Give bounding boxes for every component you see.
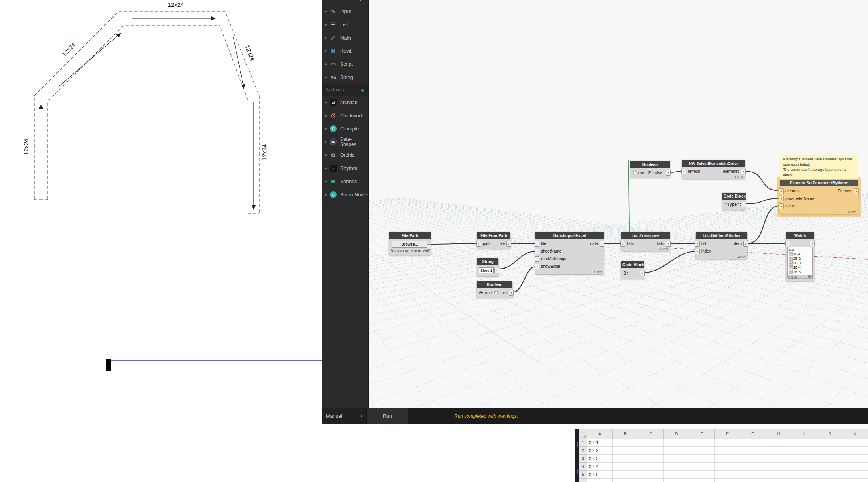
column-header[interactable]: E	[689, 429, 715, 439]
cell[interactable]	[740, 471, 766, 479]
watch-footer-icon[interactable]: ▦	[808, 275, 811, 278]
column-header[interactable]: K	[842, 429, 868, 439]
sidebar-item-crumple[interactable]: ▶ C Crumple	[322, 122, 368, 135]
sidebar-item-input[interactable]: ▶ ✎ Input	[322, 5, 368, 18]
input-port[interactable]: ›	[695, 241, 700, 247]
output-port[interactable]: ›	[427, 244, 431, 250]
input-port[interactable]: ›	[535, 264, 539, 269]
node-title[interactable]: NW SelectElementsInOrder	[682, 160, 745, 167]
cell[interactable]	[613, 447, 638, 455]
cell[interactable]	[766, 447, 791, 455]
sidebar-item-clockwork[interactable]: ▶ ⚙ Clockwork	[322, 109, 368, 122]
input-port[interactable]: ›	[681, 169, 686, 174]
cell[interactable]	[817, 455, 842, 463]
cell-a5[interactable]: 2B-5	[587, 471, 613, 479]
input-port[interactable]: ›	[535, 256, 539, 262]
cell[interactable]	[638, 439, 664, 447]
expand-arrow-icon[interactable]: ▶	[325, 166, 329, 170]
node-string-input[interactable]: String Sheet1 ›	[477, 258, 498, 276]
cell[interactable]	[766, 471, 791, 479]
cell[interactable]	[791, 479, 817, 482]
node-data-importexcel[interactable]: Data.ImportExcel › file data › › sheetNa…	[535, 232, 604, 274]
cell[interactable]	[715, 447, 740, 455]
cell[interactable]	[638, 455, 664, 463]
cell[interactable]	[740, 447, 766, 455]
cell[interactable]	[766, 479, 791, 482]
sidebar-item-list[interactable]: ▶ ☰ List	[322, 18, 368, 31]
expand-arrow-icon[interactable]: ▶	[325, 153, 329, 157]
row-header[interactable]	[579, 479, 587, 482]
sidebar-item-archilab[interactable]: ▶ al archilab	[322, 96, 368, 109]
column-header[interactable]: F	[715, 429, 740, 439]
node-title[interactable]: List.Transpose	[621, 232, 670, 239]
output-port[interactable]: ›	[742, 202, 746, 207]
browse-button[interactable]: Browse...	[392, 241, 428, 248]
radio-true[interactable]	[479, 291, 483, 294]
cell[interactable]	[766, 455, 791, 463]
node-boolean-refresh[interactable]: Boolean True False ›	[630, 161, 670, 178]
node-title[interactable]: Watch	[786, 232, 814, 239]
cell-a2[interactable]: 2B-2	[587, 447, 613, 455]
cell[interactable]	[689, 447, 715, 455]
expand-arrow-icon[interactable]: ▶	[325, 127, 329, 130]
output-port[interactable]: ›	[509, 290, 514, 296]
excel-window[interactable]: A B C D E F G H I J K 1 2B-1 2 2B-2	[575, 429, 868, 482]
cell[interactable]	[689, 455, 715, 463]
cell[interactable]	[613, 439, 638, 447]
cell[interactable]	[817, 439, 842, 447]
column-header[interactable]: C	[638, 429, 664, 439]
cell[interactable]	[740, 479, 766, 482]
cell[interactable]	[689, 463, 715, 471]
sidebar-item-math[interactable]: ▶ x² Math	[322, 31, 368, 44]
lacing-indicator[interactable]: AUTO	[848, 211, 856, 214]
row-header[interactable]: 4	[579, 463, 587, 471]
cell[interactable]	[613, 479, 638, 482]
node-watch[interactable]: Watch › › List 02B-1 12B-2 22B-3 32B-4 4…	[786, 232, 814, 281]
input-port[interactable]: ›	[476, 241, 481, 247]
run-button[interactable]: Run	[366, 408, 408, 424]
column-header[interactable]: A	[587, 429, 613, 439]
expand-arrow-icon[interactable]: ▶	[325, 114, 329, 117]
input-port[interactable]: ›	[779, 188, 784, 194]
node-title[interactable]: List.GetItemAtIndex	[696, 232, 747, 239]
node-boolean-showexcel[interactable]: Boolean True False ›	[477, 281, 512, 298]
sidebar-item-data-shapes[interactable]: ▶ dS Data-Shapes	[322, 135, 368, 148]
row-header[interactable]: 3	[579, 455, 587, 463]
lacing-indicator[interactable]: AUTO	[737, 256, 746, 259]
expand-arrow-icon[interactable]: ▶	[325, 180, 329, 183]
cell[interactable]	[791, 439, 817, 447]
input-port[interactable]: ›	[779, 196, 784, 201]
select-all-corner[interactable]	[579, 429, 587, 439]
input-port[interactable]: ›	[695, 249, 700, 254]
expand-arrow-icon[interactable]: ▶	[325, 62, 329, 66]
cell[interactable]	[842, 479, 868, 482]
node-title[interactable]: File Path	[389, 232, 431, 239]
cell[interactable]	[842, 439, 868, 447]
node-title[interactable]: Boolean	[630, 161, 670, 168]
cell[interactable]	[638, 479, 664, 482]
revit-drawing-area[interactable]: 12x24 12x24 12x24 12x24 12x24	[0, 0, 322, 482]
cell[interactable]	[715, 463, 740, 471]
radio-false[interactable]	[648, 171, 651, 174]
sidebar-item-script[interactable]: ▶ </> Script	[322, 57, 368, 71]
node-title[interactable]: Boolean	[477, 281, 512, 288]
node-code-block-type[interactable]: Code Block "Type"; ›	[722, 193, 746, 210]
column-header[interactable]: J	[817, 429, 842, 439]
row-header[interactable]: 5	[579, 471, 587, 479]
input-port[interactable]: ›	[535, 249, 539, 254]
expand-arrow-icon[interactable]: ▶	[325, 193, 329, 196]
column-header[interactable]: I	[791, 429, 817, 439]
lacing-indicator[interactable]: AUTO	[660, 248, 668, 251]
node-title[interactable]: File.FromPath	[477, 232, 510, 239]
lacing-indicator[interactable]: AUTO	[594, 271, 602, 274]
output-port[interactable]: ›	[743, 241, 748, 247]
node-title[interactable]: Code Block	[722, 193, 746, 200]
cell[interactable]	[817, 463, 842, 471]
cell[interactable]	[587, 479, 613, 482]
cell-a1[interactable]: 2B-1	[587, 439, 613, 447]
cell[interactable]	[817, 479, 842, 482]
sidebar-item-string[interactable]: ▶ Ab String	[322, 71, 368, 84]
cell[interactable]	[766, 439, 791, 447]
node-file-frompath[interactable]: File.FromPath › path file ›	[477, 232, 510, 249]
beam-section-marker[interactable]	[106, 359, 111, 371]
